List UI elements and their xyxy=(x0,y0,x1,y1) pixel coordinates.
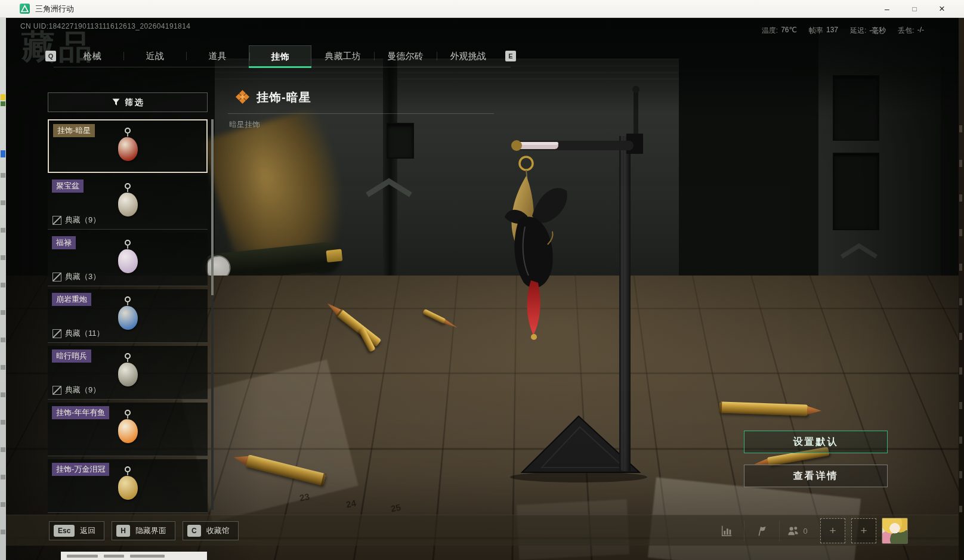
keycap: Esc xyxy=(54,525,75,537)
keycap: H xyxy=(116,525,130,537)
maximize-button[interactable]: □ xyxy=(901,0,928,18)
filter-button[interactable]: 筛选 xyxy=(48,92,208,112)
stat-value: -毫秒 xyxy=(869,26,886,36)
pendant-list-item[interactable]: 崩岩重炮 典藏（11） xyxy=(48,289,208,343)
pendant-list-item[interactable]: 福禄 典藏（3） xyxy=(48,233,208,286)
collection-count: 典藏（11） xyxy=(65,328,104,339)
tab-list: 枪械近战道具挂饰典藏工坊曼德尔砖外观挑战 xyxy=(61,45,499,67)
game-viewport: 23 24 25 xyxy=(6,18,959,560)
collection-badge: 典藏（3） xyxy=(52,271,100,282)
collection-icon xyxy=(52,329,61,338)
pendant-ring-icon xyxy=(125,466,131,472)
nav-tab[interactable]: 道具 xyxy=(186,45,249,67)
item-name-chip: 崩岩重炮 xyxy=(52,293,91,306)
pendant-stand xyxy=(477,66,680,501)
tab-label: 典藏工坊 xyxy=(325,51,361,61)
performance-stat: 丢包:-/- xyxy=(898,26,924,36)
crate-arrow-mark xyxy=(840,241,878,261)
pendant-list-item[interactable]: 挂饰-暗星 xyxy=(48,119,208,173)
window-title: 三角洲行动 xyxy=(35,4,74,14)
shortcut-button[interactable]: C 收藏馆 xyxy=(183,521,239,540)
shortcut-label: 隐藏界面 xyxy=(135,525,166,536)
item-name-chip: 挂饰-暗星 xyxy=(53,124,95,137)
performance-stats: 温度:76℃帧率137延迟:-毫秒丢包:-/- xyxy=(762,26,924,36)
pendant-body xyxy=(118,137,138,161)
pendant-thumbnail xyxy=(114,240,141,280)
shortcut-label: 返回 xyxy=(80,525,95,536)
minimize-button[interactable]: – xyxy=(873,0,901,18)
mat-number: 24 xyxy=(345,498,357,510)
rarity-diamond-icon xyxy=(234,89,251,105)
crate-handle xyxy=(387,123,414,159)
report-button[interactable] xyxy=(744,521,779,541)
view-details-button[interactable]: 查看详情 xyxy=(744,465,888,487)
shortcut-button[interactable]: Esc 返回 xyxy=(49,521,104,540)
item-name-chip: 聚宝盆 xyxy=(52,180,84,193)
pendant-body xyxy=(118,193,138,216)
pendant-body xyxy=(118,249,138,273)
pendant-ring-icon xyxy=(125,353,131,359)
pendant-body xyxy=(118,419,138,443)
stat-value: 76℃ xyxy=(781,26,797,36)
nav-tab[interactable]: 曼德尔砖 xyxy=(374,45,437,67)
pendant-ring-icon xyxy=(125,128,131,134)
pendant-list-item[interactable]: 挂饰-万金泪冠 xyxy=(48,459,208,513)
item-name-chip: 挂饰-年年有鱼 xyxy=(52,406,109,419)
close-button[interactable]: × xyxy=(928,0,956,18)
shortcut-button[interactable]: H 隐藏界面 xyxy=(112,521,175,540)
background-app-sliver-right xyxy=(959,18,964,560)
performance-stat: 温度:76℃ xyxy=(762,26,797,36)
app-logo-icon xyxy=(20,4,30,14)
shortcut-label: 收藏馆 xyxy=(206,525,230,536)
background-notification-sliver xyxy=(61,552,207,560)
tab-bar: Q 枪械近战道具挂饰典藏工坊曼德尔砖外观挑战 E xyxy=(45,45,516,67)
nav-tab[interactable]: 枪械 xyxy=(61,45,123,67)
item-name-chip: 福禄 xyxy=(52,236,76,249)
collection-icon xyxy=(52,216,61,225)
detail-subtitle: 暗星挂饰 xyxy=(229,119,260,130)
stat-value: 137 xyxy=(826,26,838,36)
nav-tab[interactable]: 外观挑战 xyxy=(437,45,499,67)
tab-label: 枪械 xyxy=(84,51,101,61)
add-slot-button[interactable]: + xyxy=(851,518,876,543)
window-titlebar: 三角洲行动 – □ × xyxy=(0,0,964,18)
set-default-button[interactable]: 设置默认 xyxy=(744,431,888,453)
stat-label: 丢包: xyxy=(898,26,914,36)
crate-latch xyxy=(833,75,879,141)
pendant-list-item[interactable]: 聚宝盆 典藏（9） xyxy=(48,176,208,230)
pendant-list-item[interactable]: 挂饰-年年有鱼 xyxy=(48,403,208,456)
pendant-thumbnail xyxy=(114,128,141,168)
item-name-chip: 暗行哨兵 xyxy=(52,349,91,363)
item-name-chip: 挂饰-万金泪冠 xyxy=(52,463,109,476)
social-button[interactable]: 0 xyxy=(779,521,814,541)
add-slot-button[interactable]: + xyxy=(820,518,845,543)
tab-label: 外观挑战 xyxy=(450,51,486,61)
nav-tab[interactable]: 典藏工坊 xyxy=(311,45,374,67)
pendant-thumbnail xyxy=(114,410,141,450)
social-count: 0 xyxy=(803,527,807,536)
nav-tab[interactable]: 挂饰 xyxy=(249,45,311,67)
avatar[interactable] xyxy=(882,518,908,544)
friends-icon xyxy=(786,524,800,538)
stat-label: 帧率 xyxy=(809,26,823,36)
player-uid: CN UID:184227190113111612613_20260419181… xyxy=(20,22,190,30)
mat-number: 23 xyxy=(299,491,311,503)
list-scrollbar[interactable] xyxy=(211,119,214,510)
pendant-body xyxy=(118,476,138,500)
pendant-thumbnail xyxy=(114,353,141,394)
mat-number: 25 xyxy=(390,502,402,514)
pendant-list-item[interactable]: 暗行哨兵 典藏（9） xyxy=(48,346,208,400)
footer-bar: Esc 返回 H 隐藏界面 C 收藏馆 xyxy=(6,515,959,546)
flag-icon xyxy=(756,525,768,537)
pendant-body xyxy=(118,306,138,330)
stat-label: 延迟: xyxy=(850,26,866,36)
nav-tab[interactable]: 近战 xyxy=(123,45,186,67)
tab-label: 道具 xyxy=(209,51,227,61)
shortcut-buttons: Esc 返回 H 隐藏界面 C 收藏馆 xyxy=(49,521,239,540)
detail-divider xyxy=(228,113,494,114)
detail-title: 挂饰-暗星 xyxy=(257,89,311,106)
crate-arrow-mark xyxy=(365,175,413,200)
scrollbar-thumb[interactable] xyxy=(211,119,214,295)
collection-count: 典藏（9） xyxy=(65,215,100,225)
stats-button[interactable] xyxy=(709,521,744,541)
